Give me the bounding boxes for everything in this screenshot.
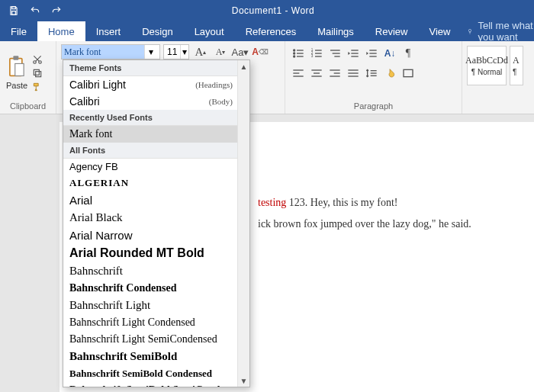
font-name-input[interactable] (62, 45, 144, 59)
font-option[interactable]: Agency FB (63, 159, 239, 175)
svg-point-15 (294, 56, 295, 57)
copy-icon[interactable] (32, 68, 43, 79)
svg-point-2 (469, 29, 471, 31)
undo-icon[interactable] (29, 5, 41, 17)
title-bar: Document1 - Word (0, 0, 534, 21)
svg-rect-1 (12, 11, 16, 15)
borders-icon[interactable] (400, 66, 417, 81)
align-right-icon[interactable] (327, 66, 343, 81)
font-option[interactable]: Arial Black (63, 209, 239, 227)
svg-point-13 (294, 53, 295, 54)
font-option[interactable]: Calibri(Body) (63, 93, 239, 110)
numbering-icon[interactable]: 123 (308, 46, 325, 61)
font-dropdown-section: All Fonts (63, 143, 239, 159)
tab-file[interactable]: File (0, 21, 37, 41)
justify-icon[interactable] (345, 66, 362, 81)
scrollbar[interactable]: ▲ ▼ (237, 60, 249, 387)
svg-rect-4 (13, 56, 18, 60)
font-option[interactable]: Bahnschrift (63, 262, 239, 280)
paste-button[interactable]: Paste (5, 53, 29, 92)
grow-font-icon[interactable]: A▴ (192, 44, 209, 59)
scroll-up-icon[interactable]: ▲ (238, 60, 249, 72)
format-painter-icon[interactable] (32, 82, 43, 92)
font-option[interactable]: Arial (63, 191, 239, 209)
font-option[interactable]: Bahnschrift Light SemiCondensed (63, 331, 239, 348)
paragraph-group-label: Paragraph (290, 100, 457, 112)
svg-text:3: 3 (311, 54, 314, 58)
tab-design[interactable]: Design (131, 21, 183, 41)
paste-label: Paste (6, 81, 27, 90)
font-option[interactable]: Bahnschrift Light (63, 297, 239, 314)
font-option[interactable]: ALGERIAN (63, 175, 239, 191)
style-normal[interactable]: AaBbCcDd ¶ Normal (467, 46, 507, 85)
tab-home[interactable]: Home (37, 21, 85, 41)
save-icon[interactable] (8, 5, 20, 17)
svg-rect-47 (404, 69, 413, 76)
font-option[interactable]: Calibri Light(Headings) (63, 76, 239, 93)
redo-icon[interactable] (50, 5, 63, 17)
font-name-combo[interactable]: ▾ (61, 44, 160, 59)
font-dropdown-section: Theme Fonts (63, 60, 239, 76)
font-option[interactable]: Mark font (63, 126, 239, 143)
align-left-icon[interactable] (290, 66, 307, 81)
svg-rect-8 (36, 71, 41, 76)
font-option[interactable]: Bahnschrift SemiBold SemiConden (63, 382, 239, 387)
font-dropdown[interactable]: Theme FontsCalibri Light(Headings)Calibr… (63, 59, 250, 387)
font-option[interactable]: Arial Narrow (63, 227, 239, 244)
tab-layout[interactable]: Layout (184, 21, 235, 41)
cut-icon[interactable] (32, 54, 43, 65)
scroll-down-icon[interactable]: ▼ (238, 374, 249, 387)
shrink-font-icon[interactable]: A▾ (212, 44, 229, 59)
font-option[interactable]: Bahnschrift SemiBold Condensed (63, 365, 239, 382)
change-case-icon[interactable]: Aa▾ (232, 44, 249, 59)
font-option[interactable]: Arial Rounded MT Bold (63, 244, 239, 262)
svg-rect-9 (34, 69, 39, 75)
tab-review[interactable]: Review (365, 21, 419, 41)
ribbon-tabs: File Home Insert Design Layout Reference… (0, 21, 534, 41)
tab-references[interactable]: References (235, 21, 307, 41)
sort-icon[interactable]: A↓ (381, 46, 398, 61)
clear-format-icon[interactable]: A⌫ (252, 44, 269, 59)
document-line-2: ick brown fox jumped over the lazy dog,"… (258, 218, 471, 230)
line-spacing-icon[interactable] (363, 66, 380, 81)
tab-view[interactable]: View (418, 21, 461, 41)
show-marks-icon[interactable]: ¶ (400, 46, 417, 61)
svg-rect-0 (12, 7, 16, 9)
multilevel-list-icon[interactable] (327, 46, 343, 61)
shading-icon[interactable] (381, 66, 398, 81)
tab-insert[interactable]: Insert (85, 21, 132, 41)
increase-indent-icon[interactable] (363, 46, 380, 61)
font-option[interactable]: Bahnschrift SemiBold (63, 348, 239, 365)
font-size-combo[interactable]: 11 ▾ (163, 44, 189, 59)
svg-point-11 (294, 50, 295, 51)
font-size-value: 11 (164, 47, 180, 57)
font-dropdown-section: Recently Used Fonts (63, 110, 239, 126)
font-option[interactable]: Bahnschrift Light Condensed (63, 314, 239, 331)
style-next[interactable]: A ¶ (510, 46, 523, 85)
document-line-1: testing 123. Hey, this is my font! (258, 197, 397, 209)
decrease-indent-icon[interactable] (345, 46, 362, 61)
svg-rect-5 (15, 63, 24, 76)
font-name-dropdown-icon[interactable]: ▾ (144, 45, 156, 59)
bullets-icon[interactable] (290, 46, 307, 61)
tab-mailings[interactable]: Mailings (307, 21, 365, 41)
tell-me[interactable]: Tell me what you want (467, 21, 534, 41)
align-center-icon[interactable] (308, 66, 325, 81)
font-size-dropdown-icon[interactable]: ▾ (180, 45, 188, 59)
tell-me-label: Tell me what you want (478, 20, 534, 43)
clipboard-group-label: Clipboard (5, 100, 51, 112)
font-option[interactable]: Bahnschrift Condensed (63, 280, 239, 297)
window-title: Document1 - Word (63, 5, 484, 16)
